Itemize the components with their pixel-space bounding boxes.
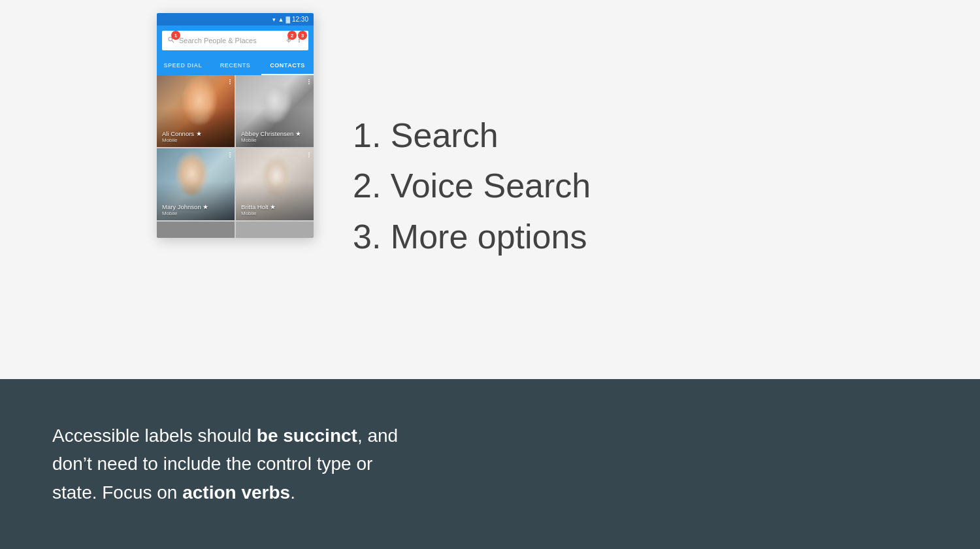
more-icon-container[interactable]: 3	[295, 35, 303, 46]
contact-info-ali: Ali Connors ★ Mobile	[162, 130, 229, 143]
contact-name-britta: Britta Holt ★	[241, 203, 308, 210]
tabs-bar: SPEED DIAL RECENTS CONTACTS	[157, 56, 314, 75]
annotation-item-3: 3. More options	[353, 215, 941, 259]
annotation-label-3: More options	[391, 218, 587, 256]
search-bar: 1 Search People & Places 2	[157, 25, 314, 56]
contact-grid: Ali Connors ★ Mobile Abbey Christensen ★…	[157, 75, 314, 238]
badge-search: 1	[171, 31, 180, 40]
bottom-text: Accessible labels should be succinct, an…	[52, 422, 398, 507]
wifi-icon: ▾	[272, 16, 276, 23]
search-placeholder: Search People & Places	[179, 37, 281, 44]
contact-type-abbey: Mobile	[241, 137, 308, 143]
annotation-number-2: 2.	[353, 167, 391, 205]
annotation-number-3: 3.	[353, 218, 391, 256]
more-dots-mary[interactable]	[229, 152, 231, 158]
contact-partial-right	[236, 222, 314, 238]
battery-icon: ▓	[286, 16, 290, 23]
bottom-text-part5: .	[290, 482, 295, 503]
status-icons: ▾ ▲ ▓ 12:30	[272, 16, 308, 23]
tab-contacts[interactable]: CONTACTS	[261, 56, 314, 75]
more-dots-abbey[interactable]	[308, 79, 310, 84]
contact-info-mary: Mary Johnson ★ Mobile	[162, 203, 229, 216]
contact-card-mary[interactable]: Mary Johnson ★ Mobile	[157, 148, 235, 220]
tab-recents[interactable]: RECENTS	[209, 56, 261, 75]
contact-name-abbey: Abbey Christensen ★	[241, 130, 308, 137]
annotation-item-2: 2. Voice Search	[353, 164, 941, 208]
tab-speed-dial[interactable]: SPEED DIAL	[157, 56, 209, 75]
annotation-item-1: 1. Search	[353, 114, 941, 158]
bottom-bold-1: be succinct	[257, 425, 357, 446]
bottom-section: Accessible labels should be succinct, an…	[0, 379, 980, 549]
annotation-number-1: 1.	[353, 116, 391, 154]
contact-name-ali: Ali Connors ★	[162, 130, 229, 137]
contact-card-abbey[interactable]: Abbey Christensen ★ Mobile	[236, 75, 314, 147]
signal-icon: ▲	[278, 16, 284, 23]
phone-area: ▾ ▲ ▓ 12:30 1 Search People & Places	[0, 0, 314, 379]
contact-type-britta: Mobile	[241, 210, 308, 216]
phone-screen: ▾ ▲ ▓ 12:30 1 Search People & Places	[157, 13, 314, 238]
annotation-area: 1. Search 2. Voice Search 3. More option…	[314, 0, 980, 379]
bottom-text-part4: state. Focus on	[52, 482, 182, 503]
annotation-label-2: Voice Search	[391, 167, 591, 205]
bottom-text-part2: , and	[357, 425, 398, 446]
contact-card-ali[interactable]: Ali Connors ★ Mobile	[157, 75, 235, 147]
contact-info-britta: Britta Holt ★ Mobile	[241, 203, 308, 216]
contact-card-britta[interactable]: Britta Holt ★ Mobile	[236, 148, 314, 220]
bottom-text-part3: don’t need to include the control type o…	[52, 454, 372, 474]
badge-more: 3	[298, 31, 307, 40]
contact-info-abbey: Abbey Christensen ★ Mobile	[241, 130, 308, 143]
top-section: ▾ ▲ ▓ 12:30 1 Search People & Places	[0, 0, 980, 379]
bottom-text-part1: Accessible labels should	[52, 425, 257, 446]
contact-type-mary: Mobile	[162, 210, 229, 216]
contact-partial-left	[157, 222, 235, 238]
status-bar: ▾ ▲ ▓ 12:30	[157, 13, 314, 25]
more-dots-ali[interactable]	[229, 79, 231, 84]
more-dots-britta[interactable]	[308, 152, 310, 158]
status-time: 12:30	[292, 16, 308, 23]
search-icon-container: 1	[167, 35, 175, 46]
bottom-bold-2: action verbs	[182, 482, 290, 503]
contact-name-mary: Mary Johnson ★	[162, 203, 229, 210]
annotation-list: 1. Search 2. Voice Search 3. More option…	[353, 114, 941, 266]
search-input-container[interactable]: 1 Search People & Places 2	[162, 31, 308, 50]
annotation-label-1: Search	[391, 116, 498, 154]
search-right-icons: 2 3	[285, 35, 303, 46]
mic-icon-container[interactable]: 2	[285, 35, 293, 46]
contact-type-ali: Mobile	[162, 137, 229, 143]
